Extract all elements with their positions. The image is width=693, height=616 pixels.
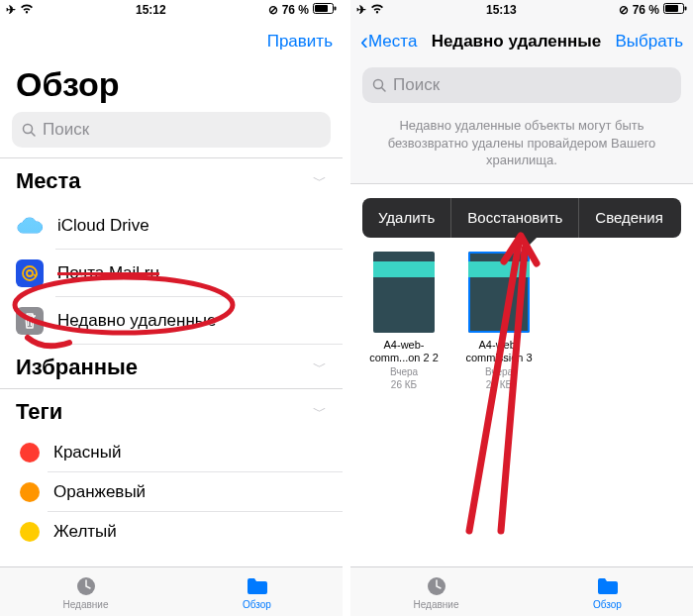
tag-label: Желтый [53, 522, 117, 542]
chevron-down-icon: ﹀ [313, 172, 327, 190]
tag-orange[interactable]: Оранжевый [0, 472, 343, 512]
svg-line-4 [32, 132, 36, 136]
section-tags-header[interactable]: Теги ﹀ [0, 389, 343, 433]
tab-browse[interactable]: Обзор [522, 567, 693, 616]
status-bar: ✈ 15:13 ⊘ 76 % [350, 0, 693, 20]
section-tags-title: Теги [16, 399, 62, 425]
row-label: Недавно удаленные [57, 311, 216, 331]
svg-line-15 [382, 87, 386, 91]
search-placeholder: Поиск [43, 120, 89, 140]
phone-right: ✈ 15:13 ⊘ 76 % ‹ Места Недавно удаленные… [350, 0, 693, 616]
search-input[interactable]: Поиск [362, 67, 681, 103]
search-input[interactable]: Поиск [12, 112, 331, 148]
edit-button[interactable]: Править [267, 32, 333, 51]
section-places-header[interactable]: Места ﹀ [0, 158, 343, 202]
battery-icon [663, 3, 687, 17]
battery-icon [313, 3, 337, 17]
back-button[interactable]: ‹ Места [360, 30, 417, 53]
search-icon [22, 123, 37, 138]
clock-icon [424, 574, 449, 598]
tag-dot [20, 443, 40, 462]
folder-icon [245, 574, 270, 598]
tag-yellow[interactable]: Желтый [0, 512, 343, 552]
back-label: Места [368, 32, 417, 51]
tab-recent[interactable]: Недавние [350, 567, 522, 616]
clock-icon [73, 574, 99, 598]
battery-pct: 76 % [282, 3, 309, 17]
status-bar: ✈ 15:12 ⊘ 76 % [0, 0, 343, 20]
context-popover: Удалить Восстановить Сведения [362, 198, 681, 238]
tag-label: Красный [53, 443, 121, 462]
popover-delete[interactable]: Удалить [362, 198, 450, 238]
tab-label: Недавние [414, 599, 459, 610]
file-size: 26 КБ [486, 378, 512, 391]
status-time: 15:13 [486, 3, 517, 17]
row-label: Почта Mail.ru [57, 263, 159, 283]
popover-info[interactable]: Сведения [579, 198, 679, 238]
section-places-title: Места [16, 168, 81, 194]
trash-icon [16, 307, 44, 335]
orientation-lock-icon: ⊘ [619, 3, 629, 17]
airplane-icon: ✈ [6, 3, 16, 17]
tab-label: Обзор [243, 599, 271, 610]
svg-point-5 [23, 266, 37, 280]
svg-point-6 [27, 270, 33, 276]
svg-rect-1 [315, 5, 328, 12]
wifi-icon [370, 3, 384, 17]
file-thumb [373, 252, 435, 333]
folder-icon [595, 574, 621, 598]
search-icon [372, 78, 387, 93]
wifi-icon [20, 3, 34, 17]
file-thumb [468, 252, 530, 333]
tag-dot [20, 482, 40, 502]
tab-browse[interactable]: Обзор [171, 567, 343, 616]
tag-dot [20, 522, 40, 542]
svg-rect-2 [335, 7, 337, 11]
file-item[interactable]: A4-web-comm...on 2 2 Вчера 26 КБ [366, 252, 442, 392]
files-grid: A4-web-comm...on 2 2 Вчера 26 КБ A4-web-… [350, 238, 693, 392]
svg-rect-13 [685, 7, 687, 11]
popover-restore[interactable]: Восстановить [451, 198, 578, 238]
chevron-down-icon: ﹀ [313, 359, 327, 376]
status-time: 15:12 [136, 3, 166, 17]
svg-rect-12 [665, 5, 678, 12]
nav-bar: Править [0, 20, 343, 63]
section-favorites-header[interactable]: Избранные ﹀ [0, 345, 343, 388]
nav-bar: ‹ Места Недавно удаленные Выбрать [350, 20, 693, 63]
mailru-icon [16, 259, 44, 287]
file-size: 26 КБ [391, 378, 417, 391]
help-text: Недавно удаленные объекты могут быть без… [350, 113, 693, 183]
battery-pct: 76 % [633, 3, 659, 17]
phone-left: ✈ 15:12 ⊘ 76 % Править Обзор Поиск Места… [0, 0, 343, 616]
row-recently-deleted[interactable]: Недавно удаленные [0, 297, 343, 345]
tab-bar: Недавние Обзор [0, 566, 343, 616]
tag-red[interactable]: Красный [0, 433, 343, 472]
tab-bar: Недавние Обзор [350, 566, 693, 616]
orientation-lock-icon: ⊘ [268, 3, 278, 17]
page-title: Обзор [0, 63, 343, 108]
section-favorites-title: Избранные [16, 355, 138, 380]
tab-label: Недавние [63, 599, 109, 610]
file-name: A4-web-commission 3 [461, 339, 537, 366]
row-icloud[interactable]: iCloud Drive [0, 202, 343, 250]
airplane-icon: ✈ [356, 3, 366, 17]
row-label: iCloud Drive [57, 216, 149, 236]
file-date: Вчера [390, 365, 418, 378]
tab-recent[interactable]: Недавние [0, 567, 171, 616]
chevron-left-icon: ‹ [360, 30, 368, 53]
nav-title: Недавно удаленные [417, 32, 615, 51]
file-item[interactable]: A4-web-commission 3 Вчера 26 КБ [461, 252, 537, 392]
tab-label: Обзор [593, 599, 622, 610]
search-placeholder: Поиск [393, 75, 440, 95]
tag-label: Оранжевый [53, 482, 146, 502]
icloud-icon [16, 212, 44, 240]
file-date: Вчера [485, 365, 513, 378]
row-mailru[interactable]: Почта Mail.ru [0, 250, 343, 297]
chevron-down-icon: ﹀ [313, 403, 327, 421]
select-button[interactable]: Выбрать [616, 32, 683, 51]
file-name: A4-web-comm...on 2 2 [366, 339, 442, 366]
